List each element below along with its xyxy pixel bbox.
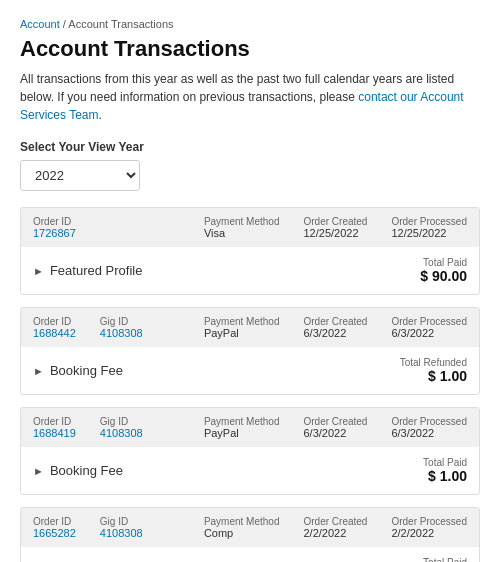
gig-id-label: Gig ID	[100, 416, 143, 427]
payment-method-value: Visa	[204, 227, 280, 239]
order-processed-value: 6/3/2022	[391, 427, 467, 439]
gig-id-item: Gig ID 4108308	[100, 416, 143, 439]
card-body: ► Booking Fee Total Refunded $ 1.00	[21, 347, 479, 394]
order-id-item: Order ID 1665282	[33, 516, 76, 539]
card-body: ► Booking Fee Total Paid $ 40.00	[21, 547, 479, 562]
order-processed-value: 6/3/2022	[391, 327, 467, 339]
transaction-card: Order ID 1665282 Gig ID 4108308 Payment …	[20, 507, 480, 562]
payment-method-item: Payment Method Visa	[204, 216, 280, 239]
card-total: Total Paid $ 40.00	[420, 557, 467, 562]
gig-id-link[interactable]: 4108308	[100, 527, 143, 539]
total-amount: $ 90.00	[420, 268, 467, 284]
transactions-list: Order ID 1726867 Payment Method Visa Ord…	[20, 207, 480, 562]
gig-id-item: Gig ID 4108308	[100, 316, 143, 339]
gig-id-link[interactable]: 4108308	[100, 427, 143, 439]
order-id-item: Order ID 1688419	[33, 416, 76, 439]
order-created-item: Order Created 6/3/2022	[303, 416, 367, 439]
chevron-right-icon: ►	[33, 465, 44, 477]
card-header: Order ID 1665282 Gig ID 4108308 Payment …	[21, 508, 479, 547]
item-name: Booking Fee	[50, 463, 123, 478]
card-item-label[interactable]: ► Booking Fee	[33, 463, 123, 478]
payment-method-value: PayPal	[204, 327, 280, 339]
card-body: ► Featured Profile Total Paid $ 90.00	[21, 247, 479, 294]
payment-method-item: Payment Method PayPal	[204, 316, 280, 339]
order-created-label: Order Created	[303, 516, 367, 527]
payment-method-label: Payment Method	[204, 416, 280, 427]
order-id-label: Order ID	[33, 416, 76, 427]
order-processed-item: Order Processed 12/25/2022	[391, 216, 467, 239]
order-id-link[interactable]: 1665282	[33, 527, 76, 539]
year-select[interactable]: 2020 2021 2022	[20, 160, 140, 191]
header-spacer	[167, 316, 180, 339]
card-total: Total Paid $ 1.00	[423, 457, 467, 484]
order-created-value: 12/25/2022	[303, 227, 367, 239]
order-processed-item: Order Processed 6/3/2022	[391, 416, 467, 439]
order-created-value: 6/3/2022	[303, 427, 367, 439]
order-id-link[interactable]: 1688419	[33, 427, 76, 439]
order-id-value: 1726867	[33, 227, 76, 239]
chevron-right-icon: ►	[33, 365, 44, 377]
order-created-value: 6/3/2022	[303, 327, 367, 339]
card-item-label[interactable]: ► Featured Profile	[33, 263, 142, 278]
gig-id-value: 4108308	[100, 327, 143, 339]
order-id-label: Order ID	[33, 216, 76, 227]
breadcrumb-current: Account Transactions	[68, 18, 173, 30]
order-created-item: Order Created 2/2/2022	[303, 516, 367, 539]
total-amount: $ 1.00	[423, 468, 467, 484]
order-id-link[interactable]: 1688442	[33, 327, 76, 339]
payment-method-label: Payment Method	[204, 216, 280, 227]
header-spacer	[100, 216, 180, 239]
order-processed-item: Order Processed 2/2/2022	[391, 516, 467, 539]
gig-id-item: Gig ID 4108308	[100, 516, 143, 539]
order-id-label: Order ID	[33, 316, 76, 327]
card-total: Total Paid $ 90.00	[420, 257, 467, 284]
chevron-right-icon: ►	[33, 265, 44, 277]
order-processed-item: Order Processed 6/3/2022	[391, 316, 467, 339]
page-description: All transactions from this year as well …	[20, 70, 480, 124]
total-amount: $ 1.00	[400, 368, 467, 384]
card-total: Total Refunded $ 1.00	[400, 357, 467, 384]
order-processed-label: Order Processed	[391, 316, 467, 327]
header-spacer	[167, 416, 180, 439]
header-spacer	[167, 516, 180, 539]
order-id-value: 1688442	[33, 327, 76, 339]
page-title: Account Transactions	[20, 36, 480, 62]
order-processed-value: 2/2/2022	[391, 527, 467, 539]
order-processed-value: 12/25/2022	[391, 227, 467, 239]
payment-method-label: Payment Method	[204, 316, 280, 327]
card-header: Order ID 1688442 Gig ID 4108308 Payment …	[21, 308, 479, 347]
order-processed-label: Order Processed	[391, 516, 467, 527]
gig-id-value: 4108308	[100, 527, 143, 539]
order-created-label: Order Created	[303, 416, 367, 427]
payment-method-item: Payment Method PayPal	[204, 416, 280, 439]
payment-method-item: Payment Method Comp	[204, 516, 280, 539]
page-container: Account / Account Transactions Account T…	[0, 0, 500, 562]
card-header: Order ID 1688419 Gig ID 4108308 Payment …	[21, 408, 479, 447]
order-processed-label: Order Processed	[391, 416, 467, 427]
total-label: Total Paid	[420, 557, 467, 562]
breadcrumb-parent-link[interactable]: Account	[20, 18, 60, 30]
card-body: ► Booking Fee Total Paid $ 1.00	[21, 447, 479, 494]
payment-method-value: Comp	[204, 527, 280, 539]
total-label: Total Paid	[423, 457, 467, 468]
gig-id-value: 4108308	[100, 427, 143, 439]
order-id-item: Order ID 1726867	[33, 216, 76, 239]
transaction-card: Order ID 1726867 Payment Method Visa Ord…	[20, 207, 480, 295]
gig-id-link[interactable]: 4108308	[100, 327, 143, 339]
select-year-label: Select Your View Year	[20, 140, 480, 154]
order-id-link[interactable]: 1726867	[33, 227, 76, 239]
card-header: Order ID 1726867 Payment Method Visa Ord…	[21, 208, 479, 247]
order-created-value: 2/2/2022	[303, 527, 367, 539]
order-id-value: 1688419	[33, 427, 76, 439]
item-name: Booking Fee	[50, 363, 123, 378]
transaction-card: Order ID 1688442 Gig ID 4108308 Payment …	[20, 307, 480, 395]
order-id-label: Order ID	[33, 516, 76, 527]
transaction-card: Order ID 1688419 Gig ID 4108308 Payment …	[20, 407, 480, 495]
order-created-item: Order Created 12/25/2022	[303, 216, 367, 239]
order-processed-label: Order Processed	[391, 216, 467, 227]
order-created-label: Order Created	[303, 216, 367, 227]
total-label: Total Paid	[420, 257, 467, 268]
order-id-value: 1665282	[33, 527, 76, 539]
order-id-item: Order ID 1688442	[33, 316, 76, 339]
card-item-label[interactable]: ► Booking Fee	[33, 363, 123, 378]
